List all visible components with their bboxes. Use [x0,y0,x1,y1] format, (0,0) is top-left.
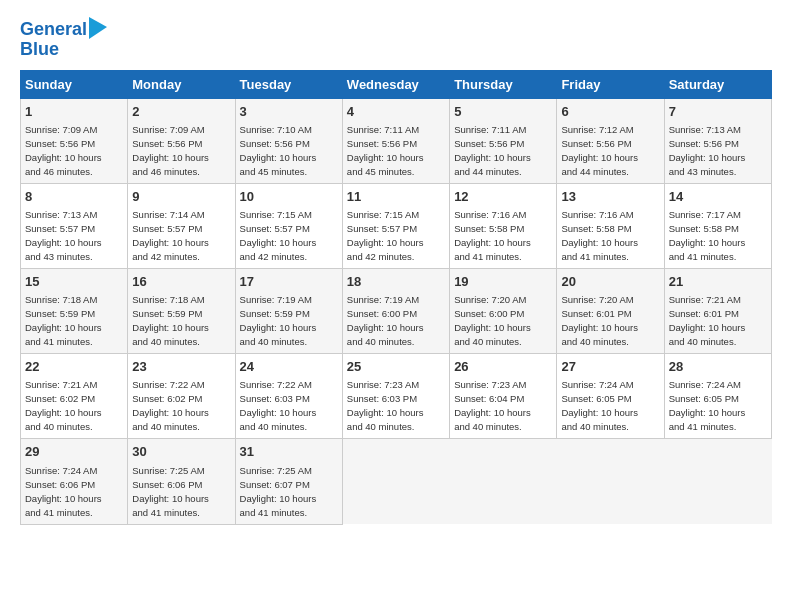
week-row-3: 15 Sunrise: 7:18 AM Sunset: 5:59 PM Dayl… [21,268,772,353]
day-number: 29 [25,443,123,461]
sunset-text: Sunset: 5:56 PM [25,138,95,149]
day-cell [557,439,664,524]
day-number: 14 [669,188,767,206]
sunrise-text: Sunrise: 7:09 AM [132,124,204,135]
sunrise-text: Sunrise: 7:25 AM [132,465,204,476]
sunrise-text: Sunrise: 7:15 AM [347,209,419,220]
day-cell: 31 Sunrise: 7:25 AM Sunset: 6:07 PM Dayl… [235,439,342,524]
day-cell: 16 Sunrise: 7:18 AM Sunset: 5:59 PM Dayl… [128,268,235,353]
day-number: 9 [132,188,230,206]
sunrise-text: Sunrise: 7:24 AM [669,379,741,390]
daylight-text: Daylight: 10 hours and 41 minutes. [25,322,102,347]
sunset-text: Sunset: 5:56 PM [561,138,631,149]
day-cell: 14 Sunrise: 7:17 AM Sunset: 5:58 PM Dayl… [664,183,771,268]
sunrise-text: Sunrise: 7:25 AM [240,465,312,476]
day-number: 31 [240,443,338,461]
sunset-text: Sunset: 6:03 PM [240,393,310,404]
day-cell: 4 Sunrise: 7:11 AM Sunset: 5:56 PM Dayli… [342,98,449,183]
day-number: 20 [561,273,659,291]
sunset-text: Sunset: 6:02 PM [132,393,202,404]
day-number: 27 [561,358,659,376]
sunrise-text: Sunrise: 7:14 AM [132,209,204,220]
sunrise-text: Sunrise: 7:10 AM [240,124,312,135]
sunrise-text: Sunrise: 7:15 AM [240,209,312,220]
day-cell: 15 Sunrise: 7:18 AM Sunset: 5:59 PM Dayl… [21,268,128,353]
daylight-text: Daylight: 10 hours and 40 minutes. [454,322,531,347]
daylight-text: Daylight: 10 hours and 42 minutes. [132,237,209,262]
day-cell: 7 Sunrise: 7:13 AM Sunset: 5:56 PM Dayli… [664,98,771,183]
day-cell: 22 Sunrise: 7:21 AM Sunset: 6:02 PM Dayl… [21,354,128,439]
daylight-text: Daylight: 10 hours and 41 minutes. [240,493,317,518]
logo-text: General [20,20,87,40]
day-number: 28 [669,358,767,376]
day-number: 17 [240,273,338,291]
sunrise-text: Sunrise: 7:20 AM [454,294,526,305]
day-cell: 6 Sunrise: 7:12 AM Sunset: 5:56 PM Dayli… [557,98,664,183]
sunrise-text: Sunrise: 7:16 AM [454,209,526,220]
sunset-text: Sunset: 5:59 PM [25,308,95,319]
sunset-text: Sunset: 6:06 PM [25,479,95,490]
sunset-text: Sunset: 5:56 PM [454,138,524,149]
day-cell: 26 Sunrise: 7:23 AM Sunset: 6:04 PM Dayl… [450,354,557,439]
sunrise-text: Sunrise: 7:19 AM [347,294,419,305]
sunset-text: Sunset: 6:03 PM [347,393,417,404]
day-cell: 3 Sunrise: 7:10 AM Sunset: 5:56 PM Dayli… [235,98,342,183]
day-cell: 28 Sunrise: 7:24 AM Sunset: 6:05 PM Dayl… [664,354,771,439]
col-header-tuesday: Tuesday [235,70,342,98]
sunrise-text: Sunrise: 7:13 AM [25,209,97,220]
daylight-text: Daylight: 10 hours and 40 minutes. [561,322,638,347]
day-number: 5 [454,103,552,121]
calendar-header-row: SundayMondayTuesdayWednesdayThursdayFrid… [21,70,772,98]
day-cell: 9 Sunrise: 7:14 AM Sunset: 5:57 PM Dayli… [128,183,235,268]
sunset-text: Sunset: 6:04 PM [454,393,524,404]
daylight-text: Daylight: 10 hours and 40 minutes. [669,322,746,347]
sunrise-text: Sunrise: 7:17 AM [669,209,741,220]
daylight-text: Daylight: 10 hours and 41 minutes. [25,493,102,518]
day-cell: 27 Sunrise: 7:24 AM Sunset: 6:05 PM Dayl… [557,354,664,439]
sunset-text: Sunset: 6:00 PM [347,308,417,319]
sunset-text: Sunset: 5:59 PM [132,308,202,319]
daylight-text: Daylight: 10 hours and 43 minutes. [669,152,746,177]
sunrise-text: Sunrise: 7:13 AM [669,124,741,135]
sunrise-text: Sunrise: 7:12 AM [561,124,633,135]
daylight-text: Daylight: 10 hours and 46 minutes. [25,152,102,177]
daylight-text: Daylight: 10 hours and 40 minutes. [240,407,317,432]
day-cell: 19 Sunrise: 7:20 AM Sunset: 6:00 PM Dayl… [450,268,557,353]
sunrise-text: Sunrise: 7:16 AM [561,209,633,220]
sunrise-text: Sunrise: 7:19 AM [240,294,312,305]
day-cell: 21 Sunrise: 7:21 AM Sunset: 6:01 PM Dayl… [664,268,771,353]
daylight-text: Daylight: 10 hours and 43 minutes. [25,237,102,262]
sunrise-text: Sunrise: 7:18 AM [25,294,97,305]
day-number: 18 [347,273,445,291]
day-number: 21 [669,273,767,291]
sunrise-text: Sunrise: 7:21 AM [669,294,741,305]
sunrise-text: Sunrise: 7:18 AM [132,294,204,305]
sunset-text: Sunset: 5:56 PM [347,138,417,149]
sunset-text: Sunset: 5:56 PM [240,138,310,149]
sunset-text: Sunset: 6:02 PM [25,393,95,404]
day-number: 1 [25,103,123,121]
sunrise-text: Sunrise: 7:22 AM [240,379,312,390]
week-row-5: 29 Sunrise: 7:24 AM Sunset: 6:06 PM Dayl… [21,439,772,524]
daylight-text: Daylight: 10 hours and 40 minutes. [132,322,209,347]
sunset-text: Sunset: 6:05 PM [669,393,739,404]
daylight-text: Daylight: 10 hours and 41 minutes. [561,237,638,262]
day-cell: 20 Sunrise: 7:20 AM Sunset: 6:01 PM Dayl… [557,268,664,353]
day-cell [342,439,449,524]
sunset-text: Sunset: 5:57 PM [240,223,310,234]
sunrise-text: Sunrise: 7:21 AM [25,379,97,390]
day-number: 26 [454,358,552,376]
day-number: 10 [240,188,338,206]
sunset-text: Sunset: 5:56 PM [132,138,202,149]
day-number: 16 [132,273,230,291]
sunrise-text: Sunrise: 7:20 AM [561,294,633,305]
sunset-text: Sunset: 6:00 PM [454,308,524,319]
day-number: 22 [25,358,123,376]
day-number: 25 [347,358,445,376]
day-cell: 12 Sunrise: 7:16 AM Sunset: 5:58 PM Dayl… [450,183,557,268]
daylight-text: Daylight: 10 hours and 42 minutes. [240,237,317,262]
col-header-thursday: Thursday [450,70,557,98]
day-cell: 29 Sunrise: 7:24 AM Sunset: 6:06 PM Dayl… [21,439,128,524]
sunset-text: Sunset: 6:07 PM [240,479,310,490]
day-number: 8 [25,188,123,206]
